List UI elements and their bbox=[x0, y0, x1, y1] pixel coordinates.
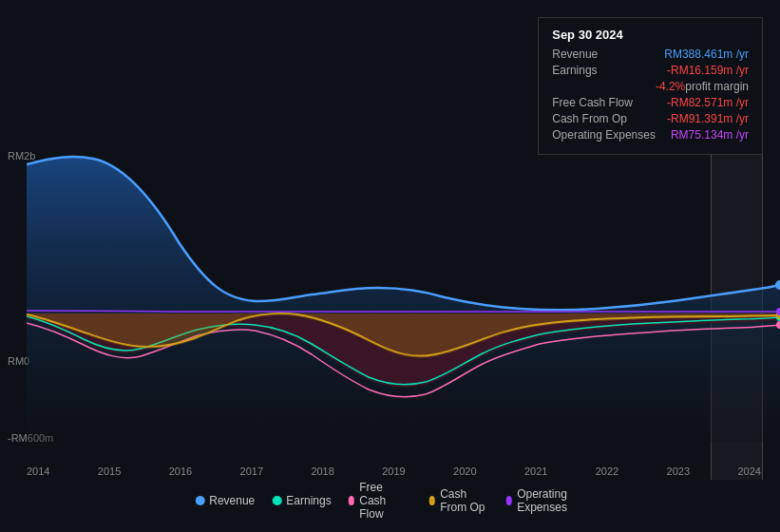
legend-revenue-label: Revenue bbox=[209, 494, 255, 507]
x-label-2014: 2014 bbox=[27, 466, 49, 477]
legend-fcf-label: Free Cash Flow bbox=[359, 481, 411, 521]
fcf-label: Free Cash Flow bbox=[552, 96, 633, 109]
legend-cfo[interactable]: Cash From Op bbox=[429, 487, 489, 514]
profit-margin-text: profit margin bbox=[685, 80, 749, 93]
x-label-2022: 2022 bbox=[596, 466, 618, 477]
cfo-label: Cash From Op bbox=[552, 112, 627, 125]
opex-dot-legend bbox=[506, 496, 513, 505]
main-chart bbox=[27, 147, 780, 442]
x-label-2017: 2017 bbox=[240, 466, 263, 477]
opex-label: Operating Expenses bbox=[552, 128, 656, 142]
tooltip-date: Sep 30 2024 bbox=[552, 28, 749, 42]
revenue-fill bbox=[27, 157, 780, 442]
revenue-label: Revenue bbox=[552, 48, 598, 61]
cfo-dot-legend bbox=[429, 496, 436, 505]
legend-revenue[interactable]: Revenue bbox=[195, 494, 255, 507]
legend-cfo-label: Cash From Op bbox=[440, 487, 488, 514]
x-label-2020: 2020 bbox=[453, 466, 476, 477]
x-label-2016: 2016 bbox=[169, 466, 192, 477]
tooltip-fcf-row: Free Cash Flow -RM82.571m /yr bbox=[552, 96, 749, 109]
tooltip-cfo-row: Cash From Op -RM91.391m /yr bbox=[552, 112, 749, 125]
tooltip-opex-row: Operating Expenses RM75.134m /yr bbox=[552, 128, 749, 142]
fcf-dot-legend bbox=[349, 496, 355, 505]
earnings-label: Earnings bbox=[552, 64, 597, 77]
x-label-2018: 2018 bbox=[311, 466, 333, 477]
legend-opex[interactable]: Operating Expenses bbox=[506, 487, 585, 514]
legend-earnings-label: Earnings bbox=[286, 494, 331, 507]
x-label-2021: 2021 bbox=[524, 466, 547, 477]
opex-value: RM75.134m /yr bbox=[671, 128, 749, 142]
tooltip-panel: Sep 30 2024 Revenue RM388.461m /yr Earni… bbox=[538, 17, 763, 155]
tooltip-revenue-row: Revenue RM388.461m /yr bbox=[552, 48, 749, 61]
x-label-2023: 2023 bbox=[667, 466, 690, 477]
x-axis-labels: 2014 2015 2016 2017 2018 2019 2020 2021 … bbox=[27, 466, 780, 477]
fcf-value: -RM82.571m /yr bbox=[667, 96, 749, 109]
cfo-value: -RM91.391m /yr bbox=[667, 112, 749, 125]
tooltip-earnings-row: Earnings -RM16.159m /yr bbox=[552, 64, 749, 77]
earnings-value: -RM16.159m /yr bbox=[667, 64, 749, 77]
profit-margin-pct: -4.2% bbox=[656, 80, 685, 93]
chart-legend: Revenue Earnings Free Cash Flow Cash Fro… bbox=[195, 481, 585, 521]
legend-earnings[interactable]: Earnings bbox=[272, 494, 331, 507]
earnings-dot-legend bbox=[272, 496, 281, 505]
x-label-2015: 2015 bbox=[98, 466, 121, 477]
revenue-dot-legend bbox=[195, 496, 204, 505]
revenue-value: RM388.461m /yr bbox=[664, 48, 749, 61]
legend-opex-label: Operating Expenses bbox=[517, 487, 585, 514]
profit-margin-row: -4.2% profit margin bbox=[552, 80, 749, 93]
x-label-2019: 2019 bbox=[382, 466, 405, 477]
legend-fcf[interactable]: Free Cash Flow bbox=[349, 481, 412, 521]
x-label-2024: 2024 bbox=[737, 466, 760, 477]
